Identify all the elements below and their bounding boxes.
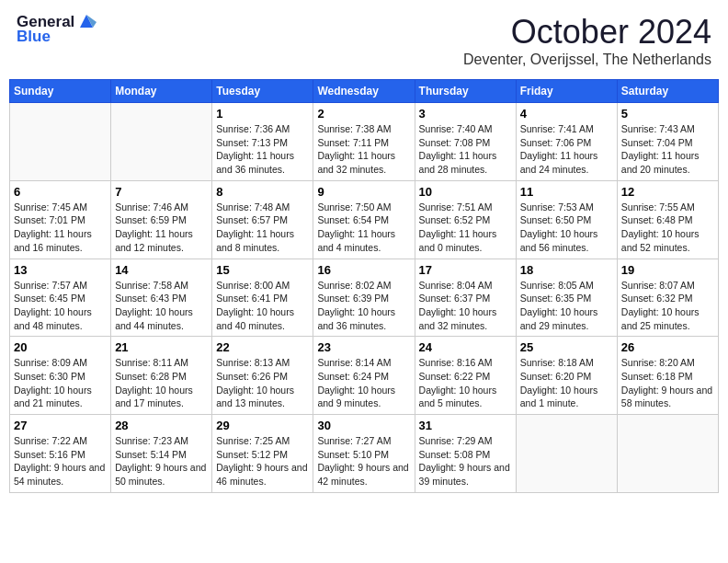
day-info: Sunrise: 8:07 AMSunset: 6:32 PMDaylight:… bbox=[621, 279, 714, 333]
day-number: 27 bbox=[14, 419, 107, 432]
day-number: 19 bbox=[621, 263, 714, 277]
calendar-cell: 6Sunrise: 7:45 AMSunset: 7:01 PMDaylight… bbox=[10, 180, 111, 259]
day-info: Sunrise: 7:22 AMSunset: 5:16 PMDaylight:… bbox=[14, 434, 107, 488]
weekday-header-friday: Friday bbox=[516, 80, 617, 103]
calendar-week-1: 1Sunrise: 7:36 AMSunset: 7:13 PMDaylight… bbox=[10, 103, 719, 181]
calendar-cell: 21Sunrise: 8:11 AMSunset: 6:28 PMDayligh… bbox=[111, 337, 212, 415]
day-number: 23 bbox=[317, 340, 410, 354]
day-info: Sunrise: 8:02 AMSunset: 6:39 PMDaylight:… bbox=[317, 279, 410, 333]
location-title: Deventer, Overijssel, The Netherlands bbox=[463, 52, 711, 68]
day-number: 17 bbox=[419, 263, 512, 277]
day-info: Sunrise: 7:29 AMSunset: 5:08 PMDaylight:… bbox=[419, 434, 512, 488]
calendar-cell: 28Sunrise: 7:23 AMSunset: 5:14 PMDayligh… bbox=[111, 415, 212, 493]
weekday-header-thursday: Thursday bbox=[415, 80, 516, 103]
day-info: Sunrise: 7:50 AMSunset: 6:54 PMDaylight:… bbox=[317, 201, 410, 255]
calendar-week-4: 20Sunrise: 8:09 AMSunset: 6:30 PMDayligh… bbox=[10, 337, 719, 415]
day-number: 3 bbox=[419, 107, 512, 121]
weekday-header-row: SundayMondayTuesdayWednesdayThursdayFrid… bbox=[10, 80, 719, 103]
day-number: 7 bbox=[115, 185, 208, 199]
day-number: 9 bbox=[317, 185, 410, 199]
calendar-cell: 10Sunrise: 7:51 AMSunset: 6:52 PMDayligh… bbox=[415, 180, 516, 259]
day-number: 29 bbox=[216, 419, 309, 432]
logo: General Blue bbox=[17, 13, 97, 46]
calendar-cell bbox=[111, 103, 212, 181]
calendar-cell: 22Sunrise: 8:13 AMSunset: 6:26 PMDayligh… bbox=[212, 337, 313, 415]
calendar-cell: 3Sunrise: 7:40 AMSunset: 7:08 PMDaylight… bbox=[415, 103, 516, 181]
day-info: Sunrise: 7:36 AMSunset: 7:13 PMDaylight:… bbox=[216, 122, 309, 177]
day-number: 20 bbox=[14, 340, 107, 354]
day-number: 6 bbox=[14, 185, 107, 199]
day-info: Sunrise: 7:57 AMSunset: 6:45 PMDaylight:… bbox=[14, 279, 107, 333]
weekday-header-sunday: Sunday bbox=[10, 80, 111, 103]
day-number: 22 bbox=[216, 340, 309, 354]
calendar-body: 1Sunrise: 7:36 AMSunset: 7:13 PMDaylight… bbox=[10, 103, 719, 493]
calendar-cell: 30Sunrise: 7:27 AMSunset: 5:10 PMDayligh… bbox=[313, 415, 415, 493]
day-info: Sunrise: 8:05 AMSunset: 6:35 PMDaylight:… bbox=[520, 279, 613, 333]
calendar-cell bbox=[516, 415, 617, 493]
day-info: Sunrise: 7:40 AMSunset: 7:08 PMDaylight:… bbox=[419, 122, 512, 177]
calendar-cell bbox=[10, 103, 111, 181]
calendar-cell: 14Sunrise: 7:58 AMSunset: 6:43 PMDayligh… bbox=[111, 259, 212, 337]
calendar-cell: 13Sunrise: 7:57 AMSunset: 6:45 PMDayligh… bbox=[10, 259, 111, 337]
day-number: 16 bbox=[317, 263, 410, 277]
day-info: Sunrise: 7:45 AMSunset: 7:01 PMDaylight:… bbox=[14, 201, 107, 255]
day-number: 15 bbox=[216, 263, 309, 277]
day-info: Sunrise: 8:16 AMSunset: 6:22 PMDaylight:… bbox=[419, 356, 512, 410]
day-number: 1 bbox=[216, 107, 309, 121]
calendar-cell: 19Sunrise: 8:07 AMSunset: 6:32 PMDayligh… bbox=[617, 259, 718, 337]
day-info: Sunrise: 7:38 AMSunset: 7:11 PMDaylight:… bbox=[317, 122, 410, 177]
day-info: Sunrise: 7:58 AMSunset: 6:43 PMDaylight:… bbox=[115, 279, 208, 333]
calendar-cell: 18Sunrise: 8:05 AMSunset: 6:35 PMDayligh… bbox=[516, 259, 617, 337]
day-number: 30 bbox=[317, 419, 410, 432]
calendar-cell: 4Sunrise: 7:41 AMSunset: 7:06 PMDaylight… bbox=[516, 103, 617, 181]
day-info: Sunrise: 8:13 AMSunset: 6:26 PMDaylight:… bbox=[216, 356, 309, 410]
calendar-cell: 5Sunrise: 7:43 AMSunset: 7:04 PMDaylight… bbox=[617, 103, 718, 181]
calendar-cell: 24Sunrise: 8:16 AMSunset: 6:22 PMDayligh… bbox=[415, 337, 516, 415]
day-info: Sunrise: 8:00 AMSunset: 6:41 PMDaylight:… bbox=[216, 279, 309, 333]
calendar-cell: 27Sunrise: 7:22 AMSunset: 5:16 PMDayligh… bbox=[10, 415, 111, 493]
day-info: Sunrise: 7:41 AMSunset: 7:06 PMDaylight:… bbox=[520, 122, 613, 177]
calendar-cell: 25Sunrise: 8:18 AMSunset: 6:20 PMDayligh… bbox=[516, 337, 617, 415]
calendar-week-5: 27Sunrise: 7:22 AMSunset: 5:16 PMDayligh… bbox=[10, 415, 719, 493]
calendar-cell: 2Sunrise: 7:38 AMSunset: 7:11 PMDaylight… bbox=[313, 103, 415, 181]
day-number: 18 bbox=[520, 263, 613, 277]
logo-icon bbox=[76, 11, 97, 31]
day-info: Sunrise: 8:20 AMSunset: 6:18 PMDaylight:… bbox=[621, 356, 714, 410]
calendar-cell bbox=[617, 415, 718, 493]
day-number: 21 bbox=[115, 340, 208, 354]
calendar-cell: 15Sunrise: 8:00 AMSunset: 6:41 PMDayligh… bbox=[212, 259, 313, 337]
day-number: 14 bbox=[115, 263, 208, 277]
day-info: Sunrise: 8:11 AMSunset: 6:28 PMDaylight:… bbox=[115, 356, 208, 410]
calendar-cell: 9Sunrise: 7:50 AMSunset: 6:54 PMDaylight… bbox=[313, 180, 415, 259]
calendar-week-2: 6Sunrise: 7:45 AMSunset: 7:01 PMDaylight… bbox=[10, 180, 719, 259]
day-number: 31 bbox=[419, 419, 512, 432]
weekday-header-wednesday: Wednesday bbox=[313, 80, 415, 103]
day-info: Sunrise: 8:09 AMSunset: 6:30 PMDaylight:… bbox=[14, 356, 107, 410]
day-info: Sunrise: 7:46 AMSunset: 6:59 PMDaylight:… bbox=[115, 201, 208, 255]
day-number: 11 bbox=[520, 185, 613, 199]
calendar-cell: 23Sunrise: 8:14 AMSunset: 6:24 PMDayligh… bbox=[313, 337, 415, 415]
calendar-cell: 26Sunrise: 8:20 AMSunset: 6:18 PMDayligh… bbox=[617, 337, 718, 415]
day-info: Sunrise: 7:48 AMSunset: 6:57 PMDaylight:… bbox=[216, 201, 309, 255]
day-number: 24 bbox=[419, 340, 512, 354]
calendar-week-3: 13Sunrise: 7:57 AMSunset: 6:45 PMDayligh… bbox=[10, 259, 719, 337]
day-info: Sunrise: 7:23 AMSunset: 5:14 PMDaylight:… bbox=[115, 434, 208, 488]
weekday-header-saturday: Saturday bbox=[617, 80, 718, 103]
logo-blue: Blue bbox=[17, 28, 51, 46]
day-number: 25 bbox=[520, 340, 613, 354]
month-title: October 2024 bbox=[463, 13, 711, 52]
calendar-cell: 20Sunrise: 8:09 AMSunset: 6:30 PMDayligh… bbox=[10, 337, 111, 415]
day-number: 28 bbox=[115, 419, 208, 432]
calendar-table: SundayMondayTuesdayWednesdayThursdayFrid… bbox=[9, 79, 719, 493]
day-number: 26 bbox=[621, 340, 714, 354]
calendar-cell: 16Sunrise: 8:02 AMSunset: 6:39 PMDayligh… bbox=[313, 259, 415, 337]
day-number: 10 bbox=[419, 185, 512, 199]
day-info: Sunrise: 7:55 AMSunset: 6:48 PMDaylight:… bbox=[621, 201, 714, 255]
day-number: 12 bbox=[621, 185, 714, 199]
calendar-cell: 1Sunrise: 7:36 AMSunset: 7:13 PMDaylight… bbox=[212, 103, 313, 181]
day-number: 8 bbox=[216, 185, 309, 199]
day-info: Sunrise: 8:14 AMSunset: 6:24 PMDaylight:… bbox=[317, 356, 410, 410]
day-number: 13 bbox=[14, 263, 107, 277]
weekday-header-tuesday: Tuesday bbox=[212, 80, 313, 103]
day-info: Sunrise: 7:43 AMSunset: 7:04 PMDaylight:… bbox=[621, 122, 714, 177]
